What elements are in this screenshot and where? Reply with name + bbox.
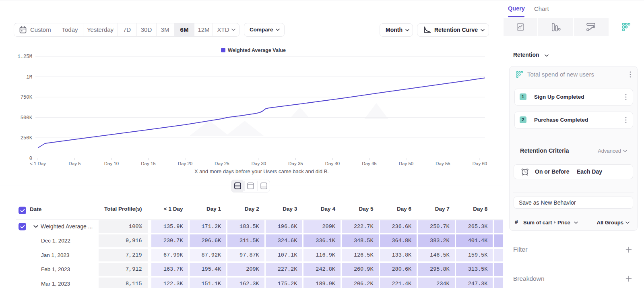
svg-text:Day 60: Day 60 [473,161,487,166]
svg-text:250K: 250K [21,135,33,141]
svg-text:Day 35: Day 35 [288,161,303,166]
svg-text:Day 10: Day 10 [104,161,119,166]
svg-text:1M: 1M [26,75,32,80]
svg-text:Day 15: Day 15 [141,161,155,166]
svg-text:Day 45: Day 45 [362,161,376,166]
svg-text:< 1 Day: < 1 Day [30,161,46,166]
svg-text:Day 40: Day 40 [325,161,340,166]
svg-text:Day 30: Day 30 [252,161,266,166]
svg-text:Day 55: Day 55 [436,161,450,166]
svg-text:Day 5: Day 5 [68,161,80,166]
svg-text:Day 25: Day 25 [215,161,229,166]
svg-text:750K: 750K [21,95,33,100]
svg-text:0: 0 [29,156,32,162]
svg-text:1.25M: 1.25M [17,54,32,60]
svg-text:Day 50: Day 50 [399,161,413,166]
svg-text:500K: 500K [21,115,33,121]
svg-text:Day 20: Day 20 [178,161,192,166]
